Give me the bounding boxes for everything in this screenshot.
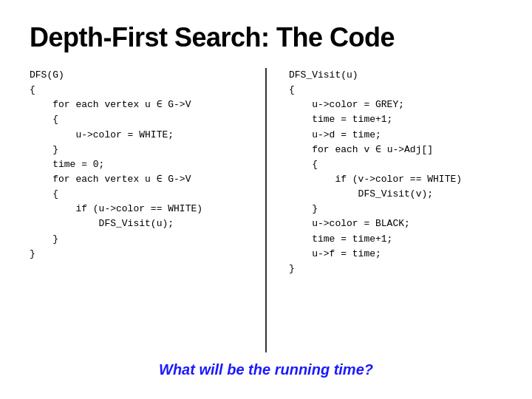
footer-text: What will be the running time? [30,361,502,384]
right-code-block: DFS_Visit(u) { u->color = GREY; time = t… [289,68,502,352]
slide: Depth-First Search: The Code DFS(G) { fo… [0,0,532,399]
code-section: DFS(G) { for each vertex u ∈ G->V { u->c… [30,68,502,352]
slide-title: Depth-First Search: The Code [30,22,502,53]
left-code-block: DFS(G) { for each vertex u ∈ G->V { u->c… [30,68,243,352]
code-divider [265,68,267,352]
